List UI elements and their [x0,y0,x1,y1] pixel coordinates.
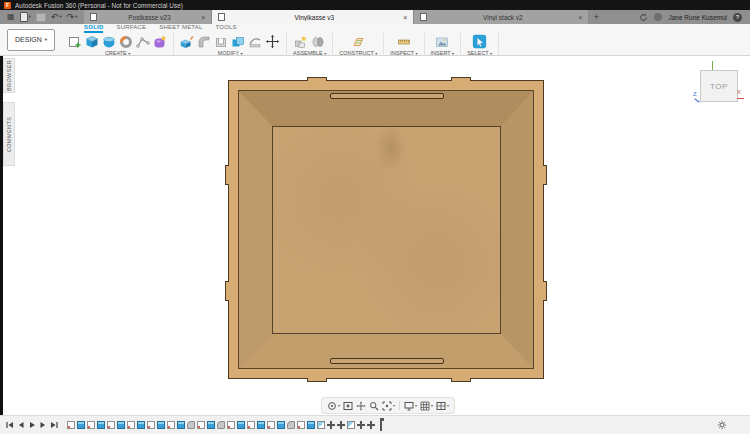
model-viewport[interactable]: BROWSER COMMENTS TOP X Z ▾ [0,56,750,415]
timeline-item-body[interactable] [317,421,325,429]
create-form-icon[interactable] [153,35,167,49]
timeline-item-fillet[interactable] [217,421,225,429]
tab-solid[interactable]: SOLID [84,24,103,33]
document-tab-label: Vinyl stack v2 [430,14,575,21]
timeline-item-extrude[interactable] [77,421,85,429]
grid-display-icon[interactable]: ▾ [419,401,434,411]
timeline-item-sketch[interactable] [87,421,95,429]
orbit-icon[interactable]: ▾ [326,401,341,411]
document-tab-vinyl-stack[interactable]: Vinyl stack v2 × [414,10,589,24]
insert-canvas-icon[interactable] [435,35,449,49]
timeline-item-extrude[interactable] [307,421,315,429]
ribbon-body: CREATE ▾ [62,33,750,56]
timeline-item-fillet[interactable] [287,421,295,429]
timeline-settings-gear-icon[interactable] [717,420,727,430]
timeline-item-move[interactable] [367,421,375,429]
tab-sheet-metal[interactable]: SHEET METAL [159,24,202,33]
vinyl-box-model[interactable] [228,80,544,379]
undo-icon[interactable]: ↶▾ [51,13,62,22]
new-document-tab-button[interactable]: + [589,10,603,24]
viewcube[interactable]: TOP [700,70,738,102]
zoom-icon[interactable] [368,401,380,411]
timeline-item-sketch[interactable] [107,421,115,429]
create-sketch-icon[interactable] [68,35,82,49]
finger-joint-tab [451,77,471,81]
timeline-item-sketch[interactable] [127,421,135,429]
timeline-item-move[interactable] [337,421,345,429]
dropdown-caret-icon: ▾ [59,15,61,20]
document-tab-vinylkasse[interactable]: Vinylkasse v3 × [212,10,414,24]
document-tab-postkasse[interactable]: Postkasse v23 × [84,10,212,24]
timeline-item-extrude[interactable] [257,421,265,429]
move-copy-icon[interactable] [265,34,280,49]
step-back-icon[interactable] [16,420,26,430]
ribbon-toolbar: DESIGN ▾ SOLID SURFACE SHEET METAL TOOLS [0,24,750,56]
skip-to-start-icon[interactable] [5,420,15,430]
timeline-item-fillet[interactable] [187,421,195,429]
timeline-item-move[interactable] [357,421,365,429]
timeline-item-extrude[interactable] [97,421,105,429]
file-menu-icon[interactable]: ▾ [20,12,31,22]
save-icon[interactable] [36,13,46,22]
fit-icon[interactable]: ▾ [381,401,396,411]
combine-icon[interactable] [231,35,245,49]
dropdown-caret-icon: ▾ [75,15,77,20]
tab-surface[interactable]: SURFACE [116,24,146,33]
skip-to-end-icon[interactable] [49,420,59,430]
help-icon[interactable]: ? [733,13,742,22]
finger-joint-tab [225,281,229,301]
timeline-item-extrude[interactable] [157,421,165,429]
joint-icon[interactable] [311,35,325,49]
timeline-item-sketch[interactable] [247,421,255,429]
y-axis-line [712,61,713,70]
revolve-icon[interactable] [102,35,116,49]
pipe-icon[interactable] [136,35,150,49]
close-icon[interactable]: × [403,14,407,21]
timeline-item-sketch[interactable] [297,421,305,429]
browser-panel-tab[interactable]: BROWSER [3,58,15,93]
step-forward-icon[interactable] [38,420,48,430]
timeline-item-sketch[interactable] [267,421,275,429]
job-status-icon[interactable] [654,13,662,21]
app-grid-icon[interactable]: ▦ [7,13,15,21]
select-tool-icon[interactable] [472,34,487,49]
timeline-item-extrude[interactable] [207,421,215,429]
timeline-playhead[interactable] [380,419,382,431]
timeline-item-sketch[interactable] [147,421,155,429]
sync-icon[interactable] [639,13,648,22]
pan-icon[interactable] [355,401,367,411]
timeline-item-extrude[interactable] [177,421,185,429]
sweep-icon[interactable] [119,35,133,49]
play-icon[interactable] [27,420,37,430]
new-component-icon[interactable] [294,35,308,49]
close-icon[interactable]: × [578,14,582,21]
timeline-item-extrude[interactable] [277,421,285,429]
timeline-item-extrude[interactable] [137,421,145,429]
shell-icon[interactable] [214,35,228,49]
document-tab-label: Postkasse v23 [100,14,198,21]
group-create: CREATE ▾ [62,33,174,56]
press-pull-icon[interactable] [180,35,194,49]
comments-panel-tab[interactable]: COMMENTS [3,102,15,166]
timeline-item-sketch[interactable] [197,421,205,429]
user-name[interactable]: Jane Rune Kusemul [668,14,727,21]
close-icon[interactable]: × [201,14,205,21]
timeline-item-sketch[interactable] [167,421,175,429]
offset-face-icon[interactable] [248,35,262,49]
timeline-item-sketch[interactable] [227,421,235,429]
timeline-item-move[interactable] [327,421,335,429]
timeline-item-body[interactable] [347,421,355,429]
look-at-icon[interactable] [342,401,354,411]
redo-icon[interactable]: ↷▾ [67,13,78,22]
workspace-selector[interactable]: DESIGN ▾ [7,29,55,51]
timeline-item-extrude[interactable] [117,421,125,429]
fillet-icon[interactable] [197,35,211,49]
timeline-item-extrude[interactable] [237,421,245,429]
display-settings-icon[interactable]: ▾ [403,401,418,411]
tab-tools[interactable]: TOOLS [216,24,237,33]
extrude-icon[interactable] [85,35,99,49]
construction-plane-icon[interactable] [351,35,365,49]
viewports-icon[interactable]: ▾ [435,401,450,411]
timeline-item-sketch[interactable] [67,421,75,429]
measure-icon[interactable] [397,35,411,49]
